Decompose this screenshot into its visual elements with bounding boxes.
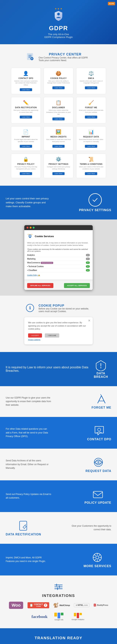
cookie-row-woo: WooCommerce WooCommerce● <box>27 261 90 265</box>
hero-section: ELITE ★ ★ ★ GDPR The only All-in-On <box>0 0 117 44</box>
decline-all-button[interactable]: OFFLINE ALL SERVICES <box>27 283 53 288</box>
data-breach-icon <box>90 360 111 372</box>
tool-description: Give your Customers the opportunity to c… <box>13 109 39 113</box>
tool-description: Give your visitors the ability to manage… <box>46 80 72 84</box>
tool-learn-more-button[interactable]: Learn More <box>20 172 32 175</box>
translation-section: TRANSLATION READY 🇩🇪 🇵🇹 🇦🇹 🇮🇹 🇬🇷 🇫🇷 🇪🇸 🇩… <box>0 628 117 644</box>
i-accept-button[interactable]: I ACCEPT <box>28 334 42 338</box>
tool-icon: 🍪 <box>46 71 72 76</box>
svg-line-15 <box>100 394 102 396</box>
tool-icon: 👤 <box>13 71 39 76</box>
svg-point-19 <box>97 461 100 464</box>
tool-card-data-rectification: ✏️ DATA RECTIFICATION Give your Customer… <box>11 97 41 124</box>
tool-description: Submit a form and your customers can con… <box>13 80 39 86</box>
cookie-categories-label: Those cookies are necessary for the webs… <box>27 248 90 252</box>
tool-learn-more-button[interactable]: Learn More <box>52 118 65 120</box>
tool-learn-more-button[interactable]: Learn More <box>20 116 32 118</box>
tool-name: REQUEST DATA <box>78 136 104 138</box>
tool-learn-more-button[interactable]: Learn More <box>20 145 32 148</box>
tool-learn-more-button[interactable]: Learn More <box>85 116 97 118</box>
tool-icon: 🧹 <box>78 100 104 105</box>
tools-grid: 👤 CONTACT DPO Submit a form and your cus… <box>11 68 106 178</box>
tool-icon: 🔒 <box>13 157 39 162</box>
request-data-icon <box>86 456 111 469</box>
tool-learn-more-button[interactable]: Learn More <box>52 145 65 148</box>
privacy-center-section: PRIVACY CENTER One Control Privacy Cente… <box>0 44 117 186</box>
integrations-section: INTEGRATIONS Woo 📋 CONTACTFORM 7 🐒 MailC… <box>0 576 117 628</box>
contact-dpo-section: For other Data related questions you can… <box>0 417 117 449</box>
tool-description: Submit a form and report cases of Copyri… <box>78 80 104 84</box>
cookie-row-marketing: Marketing● <box>27 257 90 261</box>
popup-close-icon[interactable]: ✕ <box>88 319 90 322</box>
tool-learn-more-button[interactable]: Learn More <box>52 86 65 89</box>
tool-name: IMPRINT <box>13 136 39 138</box>
data-breach-section: It is required by Law to inform your use… <box>0 352 117 386</box>
popup-text: We use cookies to give you the best onli… <box>28 321 89 330</box>
data-rectification-section: DATA RECTIFICATION Give your Customers t… <box>0 512 117 544</box>
cookie-services-title: Cookie Services <box>35 235 54 238</box>
facebook-logo: facebook <box>32 614 48 619</box>
cookie-services-description: When you visit any web site, it may stor… <box>27 242 90 246</box>
policy-update-description: Send out Privacy Policy Updates via Emai… <box>6 492 51 500</box>
tool-name: PRIVACY SETTINGS <box>46 163 72 165</box>
cookie-policy-link[interactable]: Cookie Policy 🔒 <box>27 274 40 276</box>
privacy-settings-description: Let your users control their own privacy… <box>6 197 51 208</box>
tool-learn-more-button[interactable]: Learn More <box>85 172 97 175</box>
i-decline-button[interactable]: I DECLINE <box>45 334 59 338</box>
tool-name: DISCLAIMER <box>46 106 72 108</box>
svg-rect-20 <box>93 491 102 498</box>
logos-grid: Woo 📋 CONTACTFORM 7 🐒 MailChimp ⊕ WPML.c… <box>6 602 111 621</box>
tool-name: CONTACT DPO <box>13 77 39 79</box>
tool-icon: 📊 <box>78 129 104 134</box>
tool-learn-more-button[interactable]: Learn More <box>52 172 65 175</box>
cf7-logo: 📋 CONTACTFORM 7 <box>28 602 49 608</box>
tool-description: Send Data Archives via email, either on … <box>78 138 104 142</box>
tool-name: COOKIE POLICY <box>46 77 72 79</box>
tool-learn-more-button[interactable]: Learn More <box>85 86 97 89</box>
privacy-settings-title: PRIVACY SETTINGS <box>79 208 111 212</box>
tool-icon: 📜 <box>78 157 104 162</box>
tool-card-forget-me: 🧹 FORGET ME Erase your customers persona… <box>76 97 106 124</box>
cookie-popup-title: COOKIE POPUP <box>38 304 92 308</box>
request-data-description: Send Data Archives of all the users info… <box>6 459 51 470</box>
tool-card-privacy-policy: 🔒 PRIVACY POLICY Post your Privacy Polic… <box>11 154 41 178</box>
svg-line-30 <box>99 559 100 560</box>
tool-card-terms-&-conditions: 📜 TERMS & CONDITIONS Inform your visitor… <box>76 154 106 178</box>
tool-description: Post your Privacy Policy and stay transp… <box>13 166 39 170</box>
more-services-icon <box>84 551 111 564</box>
tool-icon: 🖼️ <box>46 129 72 134</box>
tool-card-privacy-settings: ⚙️ PRIVACY SETTINGS Configure and contro… <box>44 154 74 178</box>
tool-card-request-data: 📊 REQUEST DATA Send Data Archives via em… <box>76 126 106 151</box>
tool-learn-more-button[interactable]: Learn More <box>85 145 97 148</box>
more-services-title: MORE SERVICES <box>84 564 111 568</box>
tool-card-media-credits: 🖼️ MEDIA CREDITS Give credits to media f… <box>44 126 74 151</box>
contact-dpo-icon <box>87 424 111 438</box>
gdpr-shield-icon: ★ ★ ★ <box>51 8 66 23</box>
contact-dpo-title: CONTACT DPO <box>87 438 111 441</box>
cookie-row-analytics: Analytics● <box>27 253 90 257</box>
tool-description: Inform your visitors of the terms and co… <box>78 166 104 170</box>
forget-me-description: Use our GDPR Plugin to give your users t… <box>6 396 51 407</box>
tool-name: TERMS & CONDITIONS <box>78 163 104 165</box>
tool-learn-more-button[interactable]: Learn More <box>20 88 32 91</box>
gdpr-mini-badge: ★ ★ ★ <box>27 233 33 240</box>
accept-all-button[interactable]: ACCEPT ALL SERVICES <box>64 283 90 288</box>
tool-card-imprint: 📄 IMPRINT Provide legal information abou… <box>11 126 41 151</box>
tool-name: FORGET ME <box>78 106 104 108</box>
svg-point-1 <box>57 13 60 16</box>
privacy-settings-link[interactable]: Privacy Settings <box>28 339 89 340</box>
tool-description: Provide legal information about the oper… <box>13 138 39 142</box>
tool-icon: 📋 <box>46 100 72 105</box>
integrations-title: INTEGRATIONS <box>6 594 111 598</box>
data-rectification-icon <box>6 520 41 533</box>
tool-name: DATA RECTIFICATION <box>13 106 39 108</box>
tool-description: Inform your visitors about the limitatio… <box>46 109 72 115</box>
data-rectification-title: DATA RECTIFICATION <box>6 533 41 536</box>
tool-name: DMCA <box>78 77 104 79</box>
integrations-icon <box>6 583 111 592</box>
privacy-settings-section: Let your users control their own privacy… <box>0 186 117 220</box>
woo-logo: Woo <box>8 602 24 609</box>
tool-icon: ⚖️ <box>78 71 104 76</box>
mailchimp-logo: 🐒 MailChimp <box>53 602 70 608</box>
svg-point-14 <box>100 367 102 368</box>
